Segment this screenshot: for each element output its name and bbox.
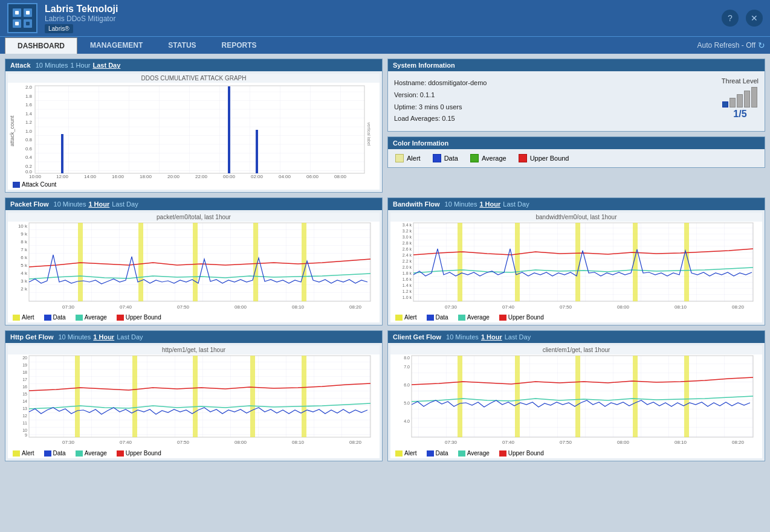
sysinfo-panel: System Information Hostname: ddosmitigat… <box>387 59 765 132</box>
svg-text:10: 10 <box>22 428 27 432</box>
svg-text:2.0: 2.0 <box>25 85 33 90</box>
sysinfo-title: System Information <box>393 62 455 69</box>
nav-management[interactable]: MANAGEMENT <box>77 37 155 54</box>
svg-rect-58 <box>413 223 753 301</box>
client-chart-container: client/em1/get, last 1hour 8.0 7.0 6.0 5… <box>390 345 762 458</box>
svg-text:4 k: 4 k <box>21 271 28 276</box>
packet-flow-title: Packet Flow <box>10 200 49 208</box>
logo-icon <box>11 7 33 29</box>
svg-text:17: 17 <box>22 377 27 382</box>
svg-text:16:00: 16:00 <box>112 174 125 179</box>
help-icon[interactable]: ? <box>722 10 739 27</box>
attack-chart-container: DDOS CUMULATIVE ATTACK GRAPH attack_coun… <box>8 74 380 190</box>
svg-text:10 k: 10 k <box>18 223 28 229</box>
packet-flow-header: Packet Flow 10 Minutes 1 Hour Last Day <box>5 198 382 210</box>
svg-text:15: 15 <box>22 392 27 396</box>
refresh-icon[interactable]: ↻ <box>758 40 765 50</box>
threat-value: 1/5 <box>722 109 759 120</box>
svg-text:6 k: 6 k <box>21 255 28 260</box>
sysinfo-text: Hostname: ddosmitigator-demo Version: 0.… <box>394 77 710 125</box>
pkt-legend-alert: Alert <box>13 314 34 321</box>
svg-text:12: 12 <box>22 414 27 418</box>
svg-text:9: 9 <box>25 433 27 437</box>
bw-legend-alert: Alert <box>395 314 417 321</box>
svg-text:8.0: 8.0 <box>404 356 410 360</box>
svg-text:08:10: 08:10 <box>292 440 305 445</box>
http-flow-header: Http Get Flow 10 Minutes 1 Hour Last Day <box>5 331 382 343</box>
svg-text:06:00: 06:00 <box>306 174 319 179</box>
client-tab-lastday[interactable]: Last Day <box>505 333 531 341</box>
svg-text:16: 16 <box>22 385 27 389</box>
client-tab-10min[interactable]: 10 Minutes <box>446 333 479 341</box>
sysinfo-body: Hostname: ddosmitigator-demo Version: 0.… <box>388 71 765 131</box>
bw-tab-1hour[interactable]: 1 Hour <box>479 200 500 208</box>
svg-rect-35 <box>256 130 258 173</box>
nav-reports[interactable]: REPORTS <box>209 37 270 54</box>
client-flow-header: Client Get Flow 10 Minutes 1 Hour Last D… <box>388 331 765 343</box>
svg-text:1.6: 1.6 <box>25 102 33 107</box>
packet-tab-lastday[interactable]: Last Day <box>112 200 138 208</box>
svg-text:3 k: 3 k <box>21 278 28 284</box>
bw-legend-upper: Upper Bound <box>499 314 544 321</box>
nav-status[interactable]: STATUS <box>155 37 209 54</box>
svg-text:5.0: 5.0 <box>404 401 410 405</box>
color-info-header: Color Information <box>388 137 765 149</box>
uptime-label: Uptime: 3 mins 0 users <box>394 101 710 114</box>
bw-legend-data: Data <box>427 314 448 321</box>
svg-text:07:30: 07:30 <box>62 440 75 445</box>
color-average: Average <box>470 154 506 162</box>
svg-text:1.4 k: 1.4 k <box>403 283 412 287</box>
client-tab-1hour[interactable]: 1 Hour <box>481 333 502 341</box>
http-get-flow-panel: Http Get Flow 10 Minutes 1 Hour Last Day… <box>5 330 383 461</box>
http-tab-lastday[interactable]: Last Day <box>117 333 143 341</box>
svg-text:08:00: 08:00 <box>235 440 247 445</box>
svg-text:2.0 k: 2.0 k <box>403 265 412 269</box>
client-legend-alert: Alert <box>395 450 417 457</box>
nav-dashboard[interactable]: DASHBOARD <box>5 37 77 54</box>
average-swatch <box>470 154 479 162</box>
color-data: Data <box>433 154 458 162</box>
svg-text:08:20: 08:20 <box>349 440 362 445</box>
close-icon[interactable]: ✕ <box>746 10 763 27</box>
bw-tab-lastday[interactable]: Last Day <box>503 200 529 208</box>
bandwidth-chart-svg: 3.4 k 3.2 k 3.0 k 2.8 k 2.6 k 2.4 k 2.2 … <box>390 222 759 312</box>
client-legend-avg: Average <box>458 450 490 457</box>
bw-tab-10min[interactable]: 10 Minutes <box>445 200 477 208</box>
svg-text:12:00: 12:00 <box>56 174 69 179</box>
http-tab-10min[interactable]: 10 Minutes <box>59 333 91 341</box>
attack-panel: Attack 10 Minutes 1 Hour Last Day DDOS C… <box>5 59 383 193</box>
svg-text:0.2: 0.2 <box>25 164 33 169</box>
attack-tab-10min[interactable]: 10 Minutes <box>36 62 68 69</box>
attack-tab-1hour[interactable]: 1 Hour <box>70 62 90 69</box>
svg-text:1.2 k: 1.2 k <box>403 289 412 293</box>
svg-text:1.0 k: 1.0 k <box>403 295 412 300</box>
svg-text:5 k: 5 k <box>21 263 28 268</box>
attack-panel-title: Attack <box>10 62 31 69</box>
http-tab-1hour[interactable]: 1 Hour <box>93 333 114 341</box>
svg-text:13: 13 <box>22 406 27 411</box>
attack-tab-lastday[interactable]: Last Day <box>92 62 120 69</box>
svg-rect-34 <box>228 86 230 173</box>
svg-text:10:00: 10:00 <box>29 174 42 179</box>
bandwidth-flow-title: Bandwith Flow <box>393 200 440 208</box>
packet-chart-container: packet/em0/total, last 1hour 10 k 9 k 8 … <box>8 213 380 322</box>
svg-text:6.0: 6.0 <box>404 383 410 387</box>
color-info-body: Alert Data Average Upper Bound <box>388 149 765 167</box>
svg-rect-4 <box>15 11 19 14</box>
svg-text:3.0 k: 3.0 k <box>403 235 412 239</box>
svg-text:1.8 k: 1.8 k <box>403 271 412 275</box>
http-flow-title: Http Get Flow <box>10 333 54 341</box>
svg-text:attack_count: attack_count <box>9 115 15 147</box>
svg-rect-33 <box>61 134 63 173</box>
alert-label: Alert <box>407 155 421 162</box>
threat-bar-2 <box>730 98 736 107</box>
svg-text:2.6 k: 2.6 k <box>403 247 412 251</box>
svg-text:3.2 k: 3.2 k <box>403 229 412 233</box>
pkt-legend-upper: Upper Bound <box>117 314 161 321</box>
client-chart-svg: 8.0 7.0 6.0 5.0 4.0 07:30 07:40 <box>390 354 759 448</box>
nav-bar: DASHBOARD MANAGEMENT STATUS REPORTS Auto… <box>0 36 770 54</box>
packet-tab-10min[interactable]: 10 Minutes <box>54 200 86 208</box>
http-chart-title: http/em1/get, last 1hour <box>8 345 380 354</box>
svg-text:07:40: 07:40 <box>120 440 132 445</box>
packet-tab-1hour[interactable]: 1 Hour <box>88 200 109 208</box>
